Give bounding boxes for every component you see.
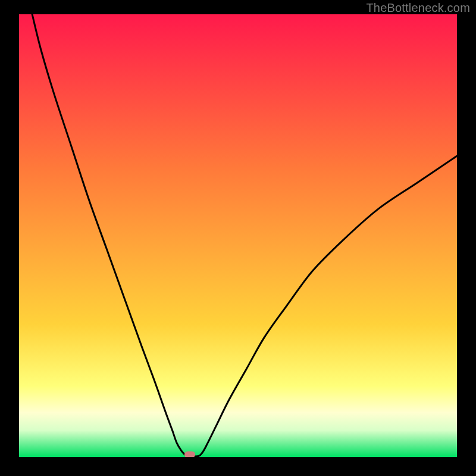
watermark-text: TheBottleneck.com [366,1,470,15]
curve-layer [19,14,457,457]
optimal-point-marker [184,452,195,457]
plot-area [19,14,457,457]
bottleneck-curve [32,14,457,456]
chart-stage: TheBottleneck.com [0,0,476,476]
